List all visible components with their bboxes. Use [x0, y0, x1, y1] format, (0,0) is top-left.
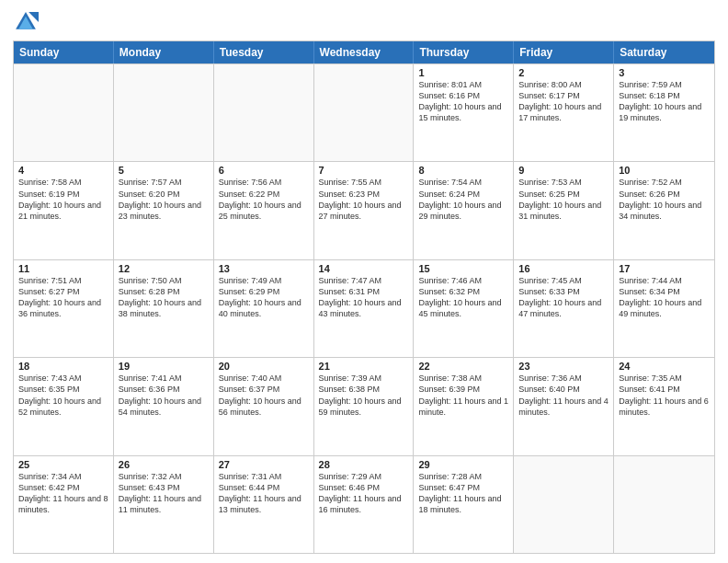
- day-info: Sunrise: 7:41 AMSunset: 6:36 PMDaylight:…: [119, 373, 209, 418]
- day-cell-10: 10Sunrise: 7:52 AMSunset: 6:26 PMDayligh…: [614, 162, 714, 259]
- empty-cell: [614, 456, 714, 553]
- day-number: 12: [119, 263, 209, 274]
- day-number: 26: [119, 459, 209, 470]
- day-number: 18: [18, 361, 108, 372]
- day-cell-16: 16Sunrise: 7:45 AMSunset: 6:33 PMDayligh…: [514, 260, 614, 357]
- day-cell-28: 28Sunrise: 7:29 AMSunset: 6:46 PMDayligh…: [314, 456, 415, 553]
- empty-cell: [314, 64, 415, 161]
- day-info: Sunrise: 7:32 AMSunset: 6:43 PMDaylight:…: [119, 471, 209, 516]
- day-number: 1: [418, 67, 508, 78]
- day-number: 20: [219, 361, 309, 372]
- day-number: 22: [418, 361, 508, 372]
- day-number: 24: [619, 361, 710, 372]
- day-info: Sunrise: 7:40 AMSunset: 6:37 PMDaylight:…: [219, 373, 309, 418]
- logo-icon: [13, 9, 39, 35]
- day-info: Sunrise: 7:36 AMSunset: 6:40 PMDaylight:…: [518, 373, 609, 418]
- day-cell-13: 13Sunrise: 7:49 AMSunset: 6:29 PMDayligh…: [214, 260, 314, 357]
- day-number: 14: [319, 263, 409, 274]
- day-info: Sunrise: 7:45 AMSunset: 6:33 PMDaylight:…: [518, 275, 609, 320]
- day-cell-15: 15Sunrise: 7:46 AMSunset: 6:32 PMDayligh…: [414, 260, 514, 357]
- day-number: 25: [18, 459, 108, 470]
- day-cell-8: 8Sunrise: 7:54 AMSunset: 6:24 PMDaylight…: [414, 162, 514, 259]
- empty-cell: [214, 64, 314, 161]
- week-row-4: 18Sunrise: 7:43 AMSunset: 6:35 PMDayligh…: [14, 357, 714, 454]
- day-number: 6: [219, 165, 309, 176]
- day-info: Sunrise: 7:50 AMSunset: 6:28 PMDaylight:…: [119, 275, 209, 320]
- day-info: Sunrise: 7:34 AMSunset: 6:42 PMDaylight:…: [18, 471, 108, 516]
- day-cell-14: 14Sunrise: 7:47 AMSunset: 6:31 PMDayligh…: [314, 260, 415, 357]
- day-cell-12: 12Sunrise: 7:50 AMSunset: 6:28 PMDayligh…: [114, 260, 214, 357]
- day-info: Sunrise: 7:52 AMSunset: 6:26 PMDaylight:…: [619, 177, 710, 222]
- day-cell-1: 1Sunrise: 8:01 AMSunset: 6:16 PMDaylight…: [414, 64, 514, 161]
- day-info: Sunrise: 7:39 AMSunset: 6:38 PMDaylight:…: [319, 373, 409, 418]
- day-info: Sunrise: 7:55 AMSunset: 6:23 PMDaylight:…: [319, 177, 409, 222]
- day-number: 3: [619, 67, 710, 78]
- day-number: 9: [518, 165, 609, 176]
- day-info: Sunrise: 7:31 AMSunset: 6:44 PMDaylight:…: [219, 471, 309, 516]
- day-info: Sunrise: 7:38 AMSunset: 6:39 PMDaylight:…: [418, 373, 508, 418]
- day-number: 11: [18, 263, 108, 274]
- day-cell-4: 4Sunrise: 7:58 AMSunset: 6:19 PMDaylight…: [14, 162, 114, 259]
- day-info: Sunrise: 7:44 AMSunset: 6:34 PMDaylight:…: [619, 275, 710, 320]
- day-info: Sunrise: 7:46 AMSunset: 6:32 PMDaylight:…: [418, 275, 508, 320]
- empty-cell: [514, 456, 614, 553]
- day-number: 8: [418, 165, 508, 176]
- day-number: 23: [518, 361, 609, 372]
- header: [13, 9, 715, 35]
- day-cell-7: 7Sunrise: 7:55 AMSunset: 6:23 PMDaylight…: [314, 162, 415, 259]
- day-info: Sunrise: 7:58 AMSunset: 6:19 PMDaylight:…: [18, 177, 108, 222]
- day-info: Sunrise: 8:00 AMSunset: 6:17 PMDaylight:…: [518, 79, 609, 124]
- day-cell-18: 18Sunrise: 7:43 AMSunset: 6:35 PMDayligh…: [14, 358, 114, 454]
- day-info: Sunrise: 7:49 AMSunset: 6:29 PMDaylight:…: [219, 275, 309, 320]
- header-day-wednesday: Wednesday: [314, 41, 415, 63]
- calendar: SundayMondayTuesdayWednesdayThursdayFrid…: [13, 40, 715, 554]
- day-cell-9: 9Sunrise: 7:53 AMSunset: 6:25 PMDaylight…: [514, 162, 614, 259]
- day-cell-24: 24Sunrise: 7:35 AMSunset: 6:41 PMDayligh…: [614, 358, 714, 454]
- day-info: Sunrise: 7:56 AMSunset: 6:22 PMDaylight:…: [219, 177, 309, 222]
- day-number: 15: [418, 263, 508, 274]
- day-number: 27: [219, 459, 309, 470]
- header-day-tuesday: Tuesday: [214, 41, 314, 63]
- week-row-2: 4Sunrise: 7:58 AMSunset: 6:19 PMDaylight…: [14, 161, 714, 259]
- day-number: 7: [319, 165, 409, 176]
- header-day-thursday: Thursday: [414, 41, 514, 63]
- day-cell-11: 11Sunrise: 7:51 AMSunset: 6:27 PMDayligh…: [14, 260, 114, 357]
- day-info: Sunrise: 7:59 AMSunset: 6:18 PMDaylight:…: [619, 79, 710, 124]
- day-cell-25: 25Sunrise: 7:34 AMSunset: 6:42 PMDayligh…: [14, 456, 114, 553]
- day-cell-2: 2Sunrise: 8:00 AMSunset: 6:17 PMDaylight…: [514, 64, 614, 161]
- day-info: Sunrise: 7:51 AMSunset: 6:27 PMDaylight:…: [18, 275, 108, 320]
- day-number: 2: [518, 67, 609, 78]
- calendar-header: SundayMondayTuesdayWednesdayThursdayFrid…: [14, 41, 714, 63]
- day-cell-17: 17Sunrise: 7:44 AMSunset: 6:34 PMDayligh…: [614, 260, 714, 357]
- day-number: 21: [319, 361, 409, 372]
- day-number: 5: [119, 165, 209, 176]
- day-number: 4: [18, 165, 108, 176]
- day-cell-27: 27Sunrise: 7:31 AMSunset: 6:44 PMDayligh…: [214, 456, 314, 553]
- day-info: Sunrise: 7:29 AMSunset: 6:46 PMDaylight:…: [319, 471, 409, 516]
- day-number: 17: [619, 263, 710, 274]
- day-info: Sunrise: 7:28 AMSunset: 6:47 PMDaylight:…: [418, 471, 508, 516]
- page: SundayMondayTuesdayWednesdayThursdayFrid…: [0, 0, 728, 563]
- day-cell-19: 19Sunrise: 7:41 AMSunset: 6:36 PMDayligh…: [114, 358, 214, 454]
- day-cell-20: 20Sunrise: 7:40 AMSunset: 6:37 PMDayligh…: [214, 358, 314, 454]
- day-cell-21: 21Sunrise: 7:39 AMSunset: 6:38 PMDayligh…: [314, 358, 415, 454]
- day-cell-29: 29Sunrise: 7:28 AMSunset: 6:47 PMDayligh…: [414, 456, 514, 553]
- day-cell-6: 6Sunrise: 7:56 AMSunset: 6:22 PMDaylight…: [214, 162, 314, 259]
- header-day-sunday: Sunday: [14, 41, 114, 63]
- day-info: Sunrise: 7:47 AMSunset: 6:31 PMDaylight:…: [319, 275, 409, 320]
- header-day-saturday: Saturday: [614, 41, 714, 63]
- day-cell-22: 22Sunrise: 7:38 AMSunset: 6:39 PMDayligh…: [414, 358, 514, 454]
- day-number: 16: [518, 263, 609, 274]
- day-info: Sunrise: 7:54 AMSunset: 6:24 PMDaylight:…: [418, 177, 508, 222]
- header-day-friday: Friday: [514, 41, 614, 63]
- day-number: 10: [619, 165, 710, 176]
- day-cell-5: 5Sunrise: 7:57 AMSunset: 6:20 PMDaylight…: [114, 162, 214, 259]
- day-number: 29: [418, 459, 508, 470]
- day-number: 28: [319, 459, 409, 470]
- logo: [13, 9, 42, 35]
- week-row-5: 25Sunrise: 7:34 AMSunset: 6:42 PMDayligh…: [14, 455, 714, 553]
- week-row-3: 11Sunrise: 7:51 AMSunset: 6:27 PMDayligh…: [14, 259, 714, 357]
- day-info: Sunrise: 7:35 AMSunset: 6:41 PMDaylight:…: [619, 373, 710, 418]
- day-info: Sunrise: 8:01 AMSunset: 6:16 PMDaylight:…: [418, 79, 508, 124]
- day-info: Sunrise: 7:43 AMSunset: 6:35 PMDaylight:…: [18, 373, 108, 418]
